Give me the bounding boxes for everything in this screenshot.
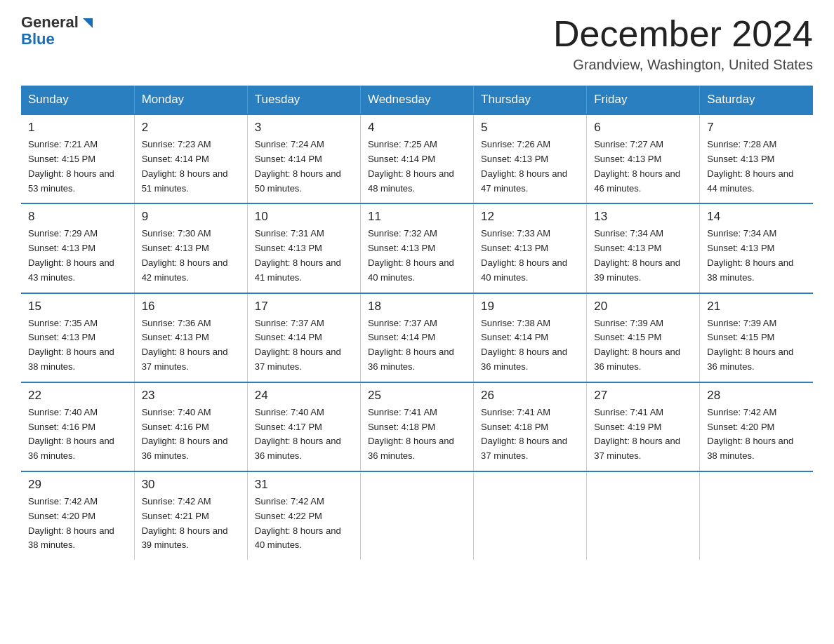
calendar-day-cell: 29Sunrise: 7:42 AMSunset: 4:20 PMDayligh… (21, 471, 134, 560)
day-number: 25 (368, 389, 466, 403)
day-number: 22 (28, 389, 127, 403)
day-number: 17 (255, 300, 353, 314)
logo-triangle-icon (80, 15, 95, 31)
calendar-table: SundayMondayTuesdayWednesdayThursdayFrid… (21, 86, 813, 560)
weekday-header-thursday: Thursday (474, 86, 587, 114)
day-number: 29 (28, 478, 127, 492)
calendar-week-3: 15Sunrise: 7:35 AMSunset: 4:13 PMDayligh… (21, 293, 813, 382)
day-info: Sunrise: 7:33 AMSunset: 4:13 PMDaylight:… (481, 227, 579, 285)
day-number: 11 (368, 210, 466, 224)
calendar-day-cell: 2Sunrise: 7:23 AMSunset: 4:14 PMDaylight… (134, 114, 247, 203)
day-info: Sunrise: 7:41 AMSunset: 4:19 PMDaylight:… (594, 405, 692, 464)
day-info: Sunrise: 7:41 AMSunset: 4:18 PMDaylight:… (368, 405, 466, 464)
weekday-header-tuesday: Tuesday (247, 86, 360, 114)
calendar-week-2: 8Sunrise: 7:29 AMSunset: 4:13 PMDaylight… (21, 203, 813, 293)
calendar-day-cell: 14Sunrise: 7:34 AMSunset: 4:13 PMDayligh… (700, 203, 813, 293)
day-info: Sunrise: 7:39 AMSunset: 4:15 PMDaylight:… (707, 316, 806, 375)
calendar-week-5: 29Sunrise: 7:42 AMSunset: 4:20 PMDayligh… (21, 471, 813, 560)
calendar-day-cell: 17Sunrise: 7:37 AMSunset: 4:14 PMDayligh… (247, 293, 360, 382)
calendar-day-cell: 15Sunrise: 7:35 AMSunset: 4:13 PMDayligh… (21, 293, 134, 382)
calendar-day-cell: 16Sunrise: 7:36 AMSunset: 4:13 PMDayligh… (134, 293, 247, 382)
location-title: Grandview, Washington, United States (553, 57, 813, 73)
day-number: 8 (28, 210, 127, 224)
calendar-day-cell: 18Sunrise: 7:37 AMSunset: 4:14 PMDayligh… (360, 293, 473, 382)
calendar-week-1: 1Sunrise: 7:21 AMSunset: 4:15 PMDaylight… (21, 114, 813, 203)
calendar-day-cell: 19Sunrise: 7:38 AMSunset: 4:14 PMDayligh… (474, 293, 587, 382)
day-number: 27 (594, 389, 692, 403)
day-info: Sunrise: 7:21 AMSunset: 4:15 PMDaylight:… (28, 137, 127, 196)
day-number: 31 (255, 478, 353, 492)
day-info: Sunrise: 7:24 AMSunset: 4:14 PMDaylight:… (255, 137, 353, 196)
day-info: Sunrise: 7:34 AMSunset: 4:13 PMDaylight:… (707, 227, 806, 285)
calendar-day-cell: 21Sunrise: 7:39 AMSunset: 4:15 PMDayligh… (700, 293, 813, 382)
calendar-day-cell: 26Sunrise: 7:41 AMSunset: 4:18 PMDayligh… (474, 382, 587, 471)
day-info: Sunrise: 7:34 AMSunset: 4:13 PMDaylight:… (594, 227, 692, 285)
calendar-day-cell: 12Sunrise: 7:33 AMSunset: 4:13 PMDayligh… (474, 203, 587, 293)
calendar-day-cell: 10Sunrise: 7:31 AMSunset: 4:13 PMDayligh… (247, 203, 360, 293)
title-section: December 2024 Grandview, Washington, Uni… (553, 14, 813, 73)
calendar-day-cell: 22Sunrise: 7:40 AMSunset: 4:16 PMDayligh… (21, 382, 134, 471)
day-number: 16 (142, 300, 240, 314)
calendar-day-cell: 5Sunrise: 7:26 AMSunset: 4:13 PMDaylight… (474, 114, 587, 203)
calendar-day-cell: 20Sunrise: 7:39 AMSunset: 4:15 PMDayligh… (587, 293, 700, 382)
day-number: 13 (594, 210, 692, 224)
page-header: General Blue December 2024 Grandview, Wa… (21, 14, 813, 73)
day-info: Sunrise: 7:40 AMSunset: 4:16 PMDaylight:… (142, 405, 240, 464)
calendar-header: SundayMondayTuesdayWednesdayThursdayFrid… (21, 86, 813, 114)
calendar-week-4: 22Sunrise: 7:40 AMSunset: 4:16 PMDayligh… (21, 382, 813, 471)
day-number: 6 (594, 121, 692, 135)
day-number: 18 (368, 300, 466, 314)
weekday-header-monday: Monday (134, 86, 247, 114)
day-info: Sunrise: 7:42 AMSunset: 4:20 PMDaylight:… (28, 495, 127, 553)
logo-general: General (21, 14, 79, 31)
day-info: Sunrise: 7:30 AMSunset: 4:13 PMDaylight:… (142, 227, 240, 285)
day-info: Sunrise: 7:26 AMSunset: 4:13 PMDaylight:… (481, 137, 579, 196)
day-number: 15 (28, 300, 127, 314)
day-info: Sunrise: 7:28 AMSunset: 4:13 PMDaylight:… (707, 137, 806, 196)
day-number: 3 (255, 121, 353, 135)
calendar-day-cell: 27Sunrise: 7:41 AMSunset: 4:19 PMDayligh… (587, 382, 700, 471)
calendar-day-cell: 31Sunrise: 7:42 AMSunset: 4:22 PMDayligh… (247, 471, 360, 560)
day-info: Sunrise: 7:38 AMSunset: 4:14 PMDaylight:… (481, 316, 579, 375)
logo: General Blue (21, 14, 95, 48)
calendar-day-cell: 8Sunrise: 7:29 AMSunset: 4:13 PMDaylight… (21, 203, 134, 293)
day-info: Sunrise: 7:29 AMSunset: 4:13 PMDaylight:… (28, 227, 127, 285)
calendar-day-cell: 23Sunrise: 7:40 AMSunset: 4:16 PMDayligh… (134, 382, 247, 471)
day-info: Sunrise: 7:40 AMSunset: 4:16 PMDaylight:… (28, 405, 127, 464)
calendar-day-cell (700, 471, 813, 560)
calendar-day-cell: 1Sunrise: 7:21 AMSunset: 4:15 PMDaylight… (21, 114, 134, 203)
day-info: Sunrise: 7:27 AMSunset: 4:13 PMDaylight:… (594, 137, 692, 196)
day-number: 30 (142, 478, 240, 492)
day-info: Sunrise: 7:23 AMSunset: 4:14 PMDaylight:… (142, 137, 240, 196)
day-info: Sunrise: 7:31 AMSunset: 4:13 PMDaylight:… (255, 227, 353, 285)
calendar-day-cell: 3Sunrise: 7:24 AMSunset: 4:14 PMDaylight… (247, 114, 360, 203)
day-number: 19 (481, 300, 579, 314)
day-info: Sunrise: 7:36 AMSunset: 4:13 PMDaylight:… (142, 316, 240, 375)
day-number: 23 (142, 389, 240, 403)
day-number: 28 (707, 389, 806, 403)
day-info: Sunrise: 7:25 AMSunset: 4:14 PMDaylight:… (368, 137, 466, 196)
logo-blue: Blue (21, 31, 55, 48)
weekday-header-friday: Friday (587, 86, 700, 114)
weekday-header-saturday: Saturday (700, 86, 813, 114)
day-info: Sunrise: 7:39 AMSunset: 4:15 PMDaylight:… (594, 316, 692, 375)
day-number: 21 (707, 300, 806, 314)
calendar-day-cell: 6Sunrise: 7:27 AMSunset: 4:13 PMDaylight… (587, 114, 700, 203)
day-info: Sunrise: 7:37 AMSunset: 4:14 PMDaylight:… (368, 316, 466, 375)
day-number: 7 (707, 121, 806, 135)
day-number: 12 (481, 210, 579, 224)
day-info: Sunrise: 7:42 AMSunset: 4:21 PMDaylight:… (142, 495, 240, 553)
calendar-day-cell: 24Sunrise: 7:40 AMSunset: 4:17 PMDayligh… (247, 382, 360, 471)
day-info: Sunrise: 7:40 AMSunset: 4:17 PMDaylight:… (255, 405, 353, 464)
day-number: 4 (368, 121, 466, 135)
day-info: Sunrise: 7:42 AMSunset: 4:22 PMDaylight:… (255, 495, 353, 553)
day-number: 1 (28, 121, 127, 135)
day-number: 26 (481, 389, 579, 403)
calendar-day-cell (587, 471, 700, 560)
calendar-day-cell: 11Sunrise: 7:32 AMSunset: 4:13 PMDayligh… (360, 203, 473, 293)
calendar-day-cell: 25Sunrise: 7:41 AMSunset: 4:18 PMDayligh… (360, 382, 473, 471)
calendar-day-cell: 4Sunrise: 7:25 AMSunset: 4:14 PMDaylight… (360, 114, 473, 203)
day-info: Sunrise: 7:41 AMSunset: 4:18 PMDaylight:… (481, 405, 579, 464)
calendar-day-cell: 9Sunrise: 7:30 AMSunset: 4:13 PMDaylight… (134, 203, 247, 293)
calendar-day-cell: 7Sunrise: 7:28 AMSunset: 4:13 PMDaylight… (700, 114, 813, 203)
